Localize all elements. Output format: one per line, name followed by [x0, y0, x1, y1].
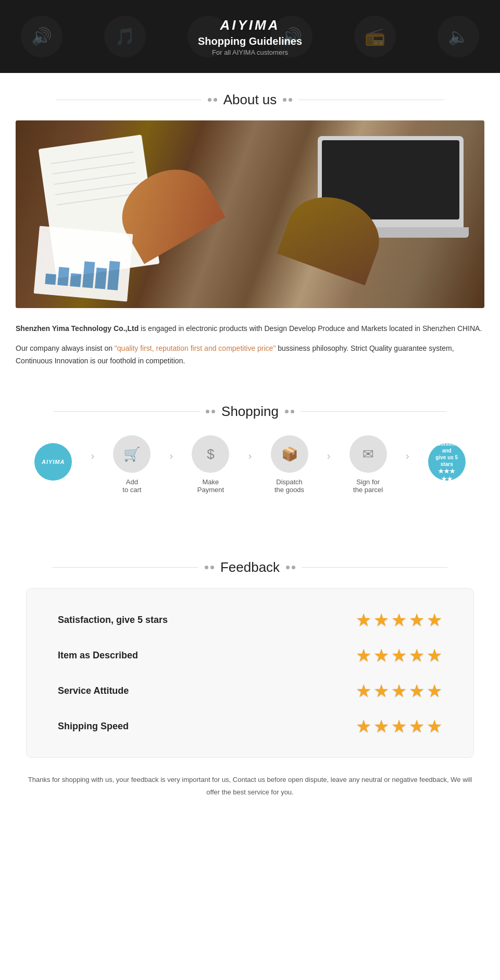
- shopping-divider-line-left: [54, 411, 199, 412]
- feedback-row-satisfaction: Satisfaction, give 5 stars ★ ★ ★ ★ ★: [58, 609, 442, 630]
- arrow-5: ›: [406, 450, 409, 462]
- line4: [55, 182, 138, 195]
- flow-step-aiyima: AIYIMA: [16, 443, 91, 486]
- satisfaction-star-4: ★: [409, 609, 424, 630]
- line1: [51, 152, 134, 164]
- add-cart-circle: 🛒: [113, 435, 151, 473]
- sdot-3: [285, 410, 289, 413]
- satisfaction-star-3: ★: [391, 609, 407, 630]
- divider-line-left: [56, 100, 202, 100]
- item-star-5: ★: [427, 645, 442, 666]
- img-chart-bars: [45, 253, 120, 290]
- shopping-section: Shopping AIYIMA › 🛒 Addto cart ›: [0, 374, 500, 530]
- item-star-2: ★: [373, 645, 389, 666]
- about-paragraph1: Shenzhen Yima Technology Co.,Ltd is enga…: [16, 323, 484, 335]
- para2-intro: Our company always insist on: [16, 344, 115, 352]
- about-section: About us: [0, 92, 500, 367]
- about-text: Shenzhen Yima Technology Co.,Ltd is enga…: [16, 323, 484, 367]
- arrow-4: ›: [327, 450, 331, 462]
- flow-step-confirm: Confirm andgive us 5 stars ★★★★★: [409, 443, 484, 486]
- shopping-title: Shopping: [221, 403, 279, 420]
- bg-icon-5: 📻: [354, 16, 396, 57]
- feedback-divider-line-right: [302, 567, 447, 568]
- divider-line-right: [298, 100, 444, 100]
- page-wrapper: 🔊 🎵 🔊 📻 🔈 AIYIMA Shopping Guidelines For…: [0, 0, 500, 861]
- satisfaction-label: Satisfaction, give 5 stars: [58, 615, 356, 626]
- shipping-stars: ★ ★ ★ ★ ★: [356, 716, 442, 737]
- img-chart: [34, 226, 133, 301]
- header-title: Shopping Guidelines: [198, 35, 302, 47]
- shipping-star-5: ★: [427, 716, 442, 737]
- service-label: Service Attitude: [58, 685, 356, 696]
- shopping-flow: AIYIMA › 🛒 Addto cart › $ MakePayment › …: [16, 435, 484, 494]
- dispatch-circle: 📦: [271, 435, 308, 473]
- feedback-dots-right: [286, 566, 295, 569]
- about-image-inner: [16, 120, 484, 308]
- bar4: [82, 261, 95, 288]
- bg-icon-2: 🎵: [104, 16, 146, 57]
- service-star-5: ★: [427, 680, 442, 701]
- shopping-dots-left: [206, 410, 215, 413]
- feedback-dots-left: [205, 566, 214, 569]
- sdot-4: [291, 410, 294, 413]
- shipping-star-2: ★: [373, 716, 389, 737]
- fdot-2: [210, 566, 214, 569]
- item-star-4: ★: [409, 645, 424, 666]
- bar5: [95, 267, 107, 289]
- shipping-star-3: ★: [391, 716, 407, 737]
- bar2: [57, 267, 69, 286]
- bar3: [70, 273, 81, 287]
- feedback-row-service: Service Attitude ★ ★ ★ ★ ★: [58, 680, 442, 701]
- flow-step-sign: ✉ Sign forthe parcel: [330, 435, 405, 494]
- about-title: About us: [223, 92, 277, 108]
- feedback-divider: Feedback: [0, 559, 500, 575]
- confirm-circle: Confirm andgive us 5 stars ★★★★★: [428, 443, 466, 481]
- line3: [54, 172, 136, 185]
- aiyima-label: AIYIMA: [42, 459, 65, 465]
- header-content: AIYIMA Shopping Guidelines For all AIYIM…: [198, 17, 302, 56]
- service-star-3: ★: [391, 680, 407, 701]
- fdot-3: [286, 566, 290, 569]
- satisfaction-star-5: ★: [427, 609, 442, 630]
- bg-icon-6: 🔈: [438, 16, 479, 57]
- feedback-section: Feedback Satisfaction, give 5 stars ★ ★ …: [0, 530, 500, 840]
- flow-step-add-cart: 🛒 Addto cart: [94, 435, 169, 494]
- sdot-2: [211, 410, 215, 413]
- service-star-4: ★: [409, 680, 424, 701]
- shopping-divider: Shopping: [0, 403, 500, 420]
- shipping-star-1: ★: [356, 716, 371, 737]
- dot-4: [289, 98, 292, 102]
- line2: [52, 162, 135, 175]
- company-name: Shenzhen Yima Technology Co.,Ltd: [16, 324, 139, 333]
- confirm-text: Confirm andgive us 5 stars ★★★★★: [432, 440, 461, 484]
- flow-step-dispatch: 📦 Dispatchthe goods: [252, 435, 327, 494]
- item-label: Item as Described: [58, 650, 356, 661]
- dispatch-label: Dispatchthe goods: [274, 478, 304, 494]
- item-star-1: ★: [356, 645, 371, 666]
- brand-logo: AIYIMA: [198, 17, 302, 33]
- satisfaction-star-2: ★: [373, 609, 389, 630]
- arrow-1: ›: [91, 450, 94, 462]
- item-star-3: ★: [391, 645, 407, 666]
- service-stars: ★ ★ ★ ★ ★: [356, 680, 442, 701]
- divider-dots-left: [208, 98, 217, 102]
- item-stars: ★ ★ ★ ★ ★: [356, 645, 442, 666]
- feedback-title: Feedback: [220, 559, 280, 575]
- payment-label: MakePayment: [197, 478, 224, 494]
- dot-2: [214, 98, 217, 102]
- sdot-1: [206, 410, 209, 413]
- payment-circle: $: [192, 435, 229, 473]
- header-subtitle: For all AIYIMA customers: [198, 48, 302, 56]
- arrow-3: ›: [248, 450, 252, 462]
- shopping-dots-right: [285, 410, 294, 413]
- satisfaction-star-1: ★: [356, 609, 371, 630]
- dot-1: [208, 98, 211, 102]
- aiyima-circle: AIYIMA: [34, 443, 72, 481]
- dot-3: [283, 98, 286, 102]
- about-paragraph2: Our company always insist on "quality fi…: [16, 342, 484, 368]
- about-divider: About us: [0, 92, 500, 108]
- shopping-divider-line-right: [301, 411, 446, 412]
- footer-text: Thanks for shopping with us, your feedba…: [26, 774, 474, 798]
- about-image: [16, 120, 484, 308]
- about-para1-text: is engaged in electronic products with D…: [139, 324, 482, 333]
